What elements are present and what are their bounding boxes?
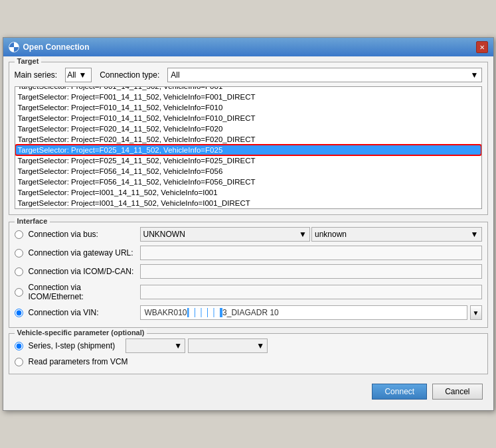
window-body: Target Main series: All ▼ Connection typ… <box>3 56 493 410</box>
vehicle-params-label: Vehicle-specific parameter (optional) <box>15 329 147 336</box>
connection-type-label: Connection type: <box>100 70 159 80</box>
main-series-label: Main series: <box>15 70 58 80</box>
footer: Connect Cancel <box>9 380 488 405</box>
gateway-radio[interactable] <box>15 249 23 258</box>
connect-button[interactable]: Connect <box>372 384 427 400</box>
connection-type-select[interactable]: All ▼ <box>167 68 481 82</box>
list-item[interactable]: TargetSelector: Project=F020_14_11_502, … <box>15 123 481 134</box>
bus-value-select[interactable]: UNKNOWN ▼ <box>140 227 311 242</box>
list-item[interactable]: TargetSelector: Project=I001_14_11_502, … <box>15 198 481 208</box>
main-series-arrow: ▼ <box>79 70 87 80</box>
vin-row: Connection via VIN: WBAKR010█████3_DIAGA… <box>15 303 482 322</box>
vin-label: Connection via VIN: <box>29 308 135 317</box>
vin-radio[interactable] <box>15 309 23 317</box>
list-item[interactable]: TargetSelector: Project=I001_14_11_502, … <box>15 187 481 198</box>
target-list-wrapper: TargetSelector: Project=F001_14_11_502, … <box>15 86 482 209</box>
series-selects: ▼ ▼ <box>125 338 268 353</box>
bmw-icon <box>9 42 19 52</box>
title-bar: Open Connection ✕ <box>3 38 493 56</box>
bus-combo: UNKNOWN ▼ unknown ▼ <box>140 227 482 242</box>
icom-dcan-radio[interactable] <box>15 267 23 276</box>
title-bar-left: Open Connection <box>9 42 90 52</box>
vin-prefix: WBAKR010 <box>145 308 187 317</box>
list-item[interactable]: TargetSelector: Project=F001_14_11_502, … <box>15 92 481 102</box>
window-title: Open Connection <box>23 42 90 52</box>
icom-dcan-label: Connection via ICOM/D-CAN: <box>29 267 135 276</box>
connection-type-arrow: ▼ <box>471 70 479 80</box>
list-item[interactable]: TargetSelector: Project=F025_14_11_502, … <box>15 155 481 166</box>
list-item[interactable]: TargetSelector: Project=F010_14_11_502, … <box>15 113 481 123</box>
list-item[interactable]: TargetSelector: Project=F020_14_11_502, … <box>15 134 481 145</box>
title-bar-buttons: ✕ <box>476 41 488 53</box>
vin-combo-row: WBAKR010█████3_DIAGADR 10 ▼ <box>140 305 482 320</box>
icom-dcan-row: Connection via ICOM/D-CAN: tcp://127.0.0… <box>15 262 482 281</box>
interface-label: Interface <box>15 217 50 225</box>
bus-extra-arrow: ▼ <box>471 230 479 239</box>
main-series-select[interactable]: All ▼ <box>65 68 92 82</box>
icom-ethernet-label: Connection via ICOM/Ethernet: <box>29 283 135 301</box>
bus-row: Connection via bus: UNKNOWN ▼ unknown ▼ <box>15 225 482 244</box>
bus-value: UNKNOWN <box>143 230 185 239</box>
target-label: Target <box>15 57 42 65</box>
vin-dropdown-btn[interactable]: ▼ <box>470 305 482 320</box>
series-select-2[interactable]: ▼ <box>188 338 268 353</box>
list-item[interactable]: TargetSelector: Project=F010_14_11_502, … <box>15 102 481 113</box>
target-group: Target Main series: All ▼ Connection typ… <box>9 62 488 215</box>
vehicle-params-group: Vehicle-specific parameter (optional) Se… <box>9 333 488 374</box>
icom-ethernet-row: Connection via ICOM/Ethernet: tcp://127.… <box>15 281 482 303</box>
bus-extra: unknown <box>315 230 347 239</box>
icom-ethernet-radio[interactable] <box>15 288 23 297</box>
series-row: Series, I-step (shipment) ▼ ▼ <box>15 336 482 355</box>
bus-arrow: ▼ <box>299 230 307 239</box>
list-item[interactable]: TargetSelector: Project=F056_14_11_502, … <box>15 177 481 187</box>
vcm-radio[interactable] <box>15 358 23 366</box>
series-select-2-arrow: ▼ <box>256 341 264 350</box>
list-item[interactable]: TargetSelector: Project=F056_14_11_502, … <box>15 166 481 177</box>
vcm-label: Read parameters from VCM <box>29 357 128 366</box>
vin-hidden: █████ <box>187 308 223 317</box>
connection-type-value: All <box>171 70 179 80</box>
bus-extra-select[interactable]: unknown ▼ <box>311 227 482 242</box>
series-select-1[interactable]: ▼ <box>125 338 185 353</box>
bus-radio[interactable] <box>15 230 23 239</box>
series-select-1-arrow: ▼ <box>174 341 182 350</box>
series-label: Series, I-step (shipment) <box>29 341 116 350</box>
open-connection-window: Open Connection ✕ Target Main series: Al… <box>3 37 494 411</box>
read-vcm-row: Read parameters from VCM <box>15 355 482 368</box>
bus-label: Connection via bus: <box>29 230 135 239</box>
series-radio[interactable] <box>15 342 23 350</box>
vin-suffix: 3_DIAGADR 10 <box>222 308 279 317</box>
icom-dcan-input[interactable]: tcp://127.0.0.1:52410 <box>140 264 482 279</box>
icom-ethernet-input[interactable]: tcp://127.0.0.1:50160 <box>140 285 482 299</box>
target-header: Main series: All ▼ Connection type: All … <box>15 68 482 82</box>
main-series-value: All <box>67 70 76 80</box>
vin-combo-input[interactable]: WBAKR010█████3_DIAGADR 10 <box>140 305 467 320</box>
close-button[interactable]: ✕ <box>476 41 488 53</box>
target-list[interactable]: TargetSelector: Project=F001_14_11_502, … <box>15 86 482 209</box>
gateway-row: Connection via gateway URL: tcp://127.0.… <box>15 244 482 262</box>
list-item[interactable]: TargetSelector: Project=F001_14_11_502, … <box>15 86 481 92</box>
main-series-combo: All ▼ <box>65 68 92 82</box>
interface-group: Interface Connection via bus: UNKNOWN ▼ … <box>9 222 488 328</box>
list-item[interactable]: TargetSelector: Project=F025_14_11_502, … <box>15 145 481 155</box>
gateway-label: Connection via gateway URL: <box>29 248 135 258</box>
cancel-button[interactable]: Cancel <box>432 384 482 400</box>
gateway-input[interactable]: tcp://127.0.0.1:6801 <box>140 246 482 260</box>
